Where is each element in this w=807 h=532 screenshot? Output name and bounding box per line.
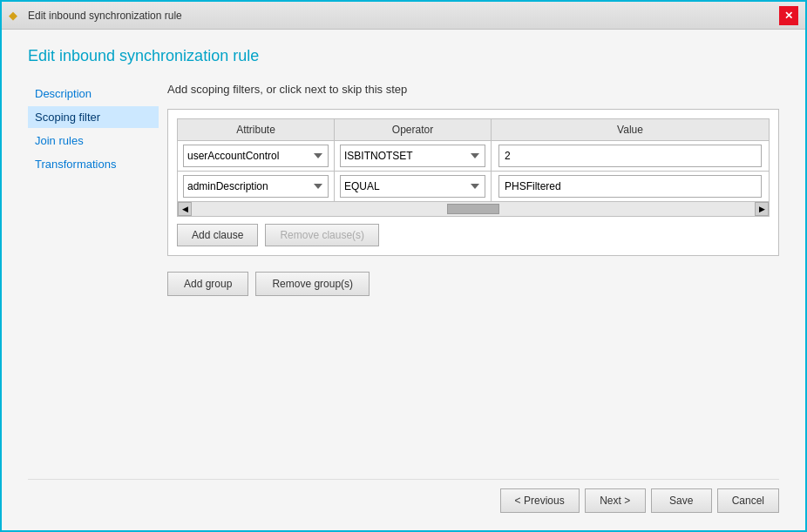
operator-select-2[interactable]: ISBITNOTSET EQUAL NOTEQUAL LESSTHAN GREA… [340,175,485,198]
sidebar-item-scoping-filter[interactable]: Scoping filter [28,106,159,128]
title-bar: ◆ Edit inbound synchronization rule ✕ [2,2,805,30]
scrollbar-thumb[interactable] [447,204,499,214]
sidebar-item-join-rules[interactable]: Join rules [28,130,159,152]
scroll-right-btn[interactable]: ▶ [755,202,769,216]
attribute-select-1[interactable]: userAccountControl adminDescription cn o… [183,145,329,167]
step-instruction: Add scoping filters, or click next to sk… [167,83,779,96]
filter-box: Attribute Operator Value userAccountCont… [167,109,779,256]
col-header-operator: Operator [335,119,492,141]
footer: < Previous Next > Save Cancel [28,479,779,517]
save-button[interactable]: Save [651,488,712,513]
remove-groups-button[interactable]: Remove group(s) [255,272,370,296]
value-input-1[interactable] [498,145,762,167]
main-content: Add scoping filters, or click next to sk… [167,83,779,479]
main-window: ◆ Edit inbound synchronization rule ✕ Ed… [0,0,807,532]
add-clause-button[interactable]: Add clause [177,224,258,246]
title-bar-text: Edit inbound synchronization rule [28,10,182,22]
content-area: Description Scoping filter Join rules Tr… [28,83,779,479]
scrollbar-cell: ◀ ▶ [178,202,770,217]
previous-button[interactable]: < Previous [500,488,580,513]
col-header-attribute: Attribute [178,119,335,141]
scrollbar-track [192,202,755,216]
scrollbar-row: ◀ ▶ [178,202,770,217]
attribute-select-2[interactable]: userAccountControl adminDescription cn o… [183,175,329,198]
title-bar-left: ◆ Edit inbound synchronization rule [9,9,182,23]
table-row: userAccountControl adminDescription cn o… [178,141,770,172]
sidebar-item-description[interactable]: Description [28,83,159,104]
window-body: Edit inbound synchronization rule Descri… [2,30,805,530]
next-button[interactable]: Next > [585,488,646,513]
scroll-left-btn[interactable]: ◀ [178,202,192,216]
attr-cell-2: userAccountControl adminDescription cn o… [178,172,335,202]
attr-cell-1: userAccountControl adminDescription cn o… [178,141,335,172]
value-cell-2 [492,172,770,202]
clause-buttons: Add clause Remove clause(s) [177,224,770,246]
operator-select-1[interactable]: ISBITNOTSET EQUAL NOTEQUAL LESSTHAN GREA… [340,145,485,167]
add-group-button[interactable]: Add group [167,272,248,296]
sidebar: Description Scoping filter Join rules Tr… [28,83,167,479]
value-input-2[interactable] [498,175,762,198]
close-button[interactable]: ✕ [779,6,798,25]
op-cell-1: ISBITNOTSET EQUAL NOTEQUAL LESSTHAN GREA… [335,141,492,172]
filter-table: Attribute Operator Value userAccountCont… [177,118,770,217]
col-header-value: Value [492,119,770,141]
page-title: Edit inbound synchronization rule [28,47,779,65]
table-row: userAccountControl adminDescription cn o… [178,172,770,202]
remove-clauses-button[interactable]: Remove clause(s) [265,224,379,246]
value-cell-1 [492,141,770,172]
window-icon: ◆ [9,9,23,23]
horizontal-scrollbar[interactable]: ◀ ▶ [178,202,769,216]
group-buttons: Add group Remove group(s) [167,272,779,296]
cancel-button[interactable]: Cancel [717,488,779,513]
op-cell-2: ISBITNOTSET EQUAL NOTEQUAL LESSTHAN GREA… [335,172,492,202]
sidebar-item-transformations[interactable]: Transformations [28,153,159,175]
